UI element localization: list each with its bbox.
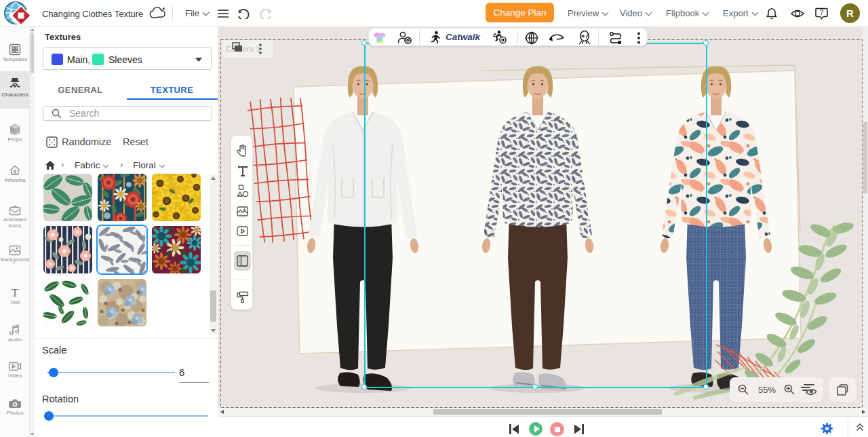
svg-text:T: T [12,286,19,299]
svg-text:?: ? [820,9,824,16]
